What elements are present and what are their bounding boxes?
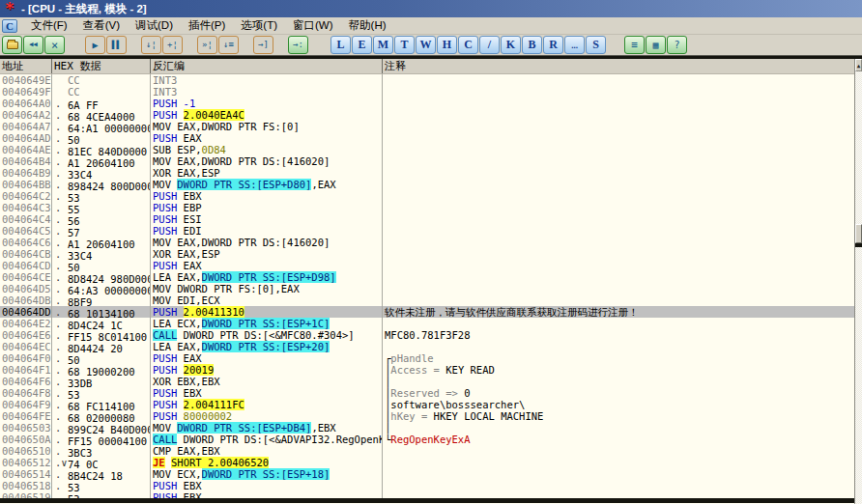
menu-item-3[interactable]: 插件(P) <box>181 16 233 35</box>
log-window-button[interactable]: L <box>330 36 351 54</box>
text-segment: PUSH <box>153 213 184 225</box>
table-row[interactable]: 004064C4.56PUSH ESI <box>0 213 854 225</box>
hex-bytes: 6A FF <box>68 99 99 109</box>
table-row[interactable]: 004064F8.53PUSH EBX│Reserved => 0 <box>0 387 854 399</box>
address-cell: 004064E2 <box>0 318 52 329</box>
analysis-flag: . <box>55 364 68 376</box>
open-file-button[interactable] <box>2 36 22 54</box>
text-segment: DWORD PTR SS:[ESP+DB4] <box>177 422 311 434</box>
step-into-button[interactable]: ↓¦ <box>141 36 161 54</box>
logging-options-button[interactable]: ≡ <box>624 36 645 54</box>
disassembly-cell: PUSH -1 <box>151 98 383 109</box>
help-button[interactable]: ? <box>667 36 687 54</box>
executable-modules-button[interactable]: E <box>352 36 372 54</box>
appearance-button[interactable]: ▦ <box>646 36 666 54</box>
trace-over-button[interactable]: ↓≡ <box>218 36 239 54</box>
run-trace-button[interactable]: ... <box>564 36 585 54</box>
menu-item-5[interactable]: 窗口(W) <box>285 16 341 35</box>
comment-cell: 软件未注册，请与软件供应商联系获取注册码进行注册！ <box>383 306 854 318</box>
table-row[interactable]: 004064CE.8D8424 980D0000LEA EAX,DWORD PT… <box>0 271 854 283</box>
table-row[interactable]: 004064A0.6A FFPUSH -1 <box>0 98 854 109</box>
menu-item-0[interactable]: 文件(F) <box>23 16 75 35</box>
address-cell: 0040649E <box>0 74 52 86</box>
table-row[interactable]: 004064F0.50PUSH EAX┌pHandle <box>0 352 854 364</box>
windows-button[interactable]: W <box>416 36 436 54</box>
table-row[interactable]: 0040649FCCINT3 <box>0 86 854 98</box>
threads-button[interactable]: T <box>394 36 415 54</box>
references-button[interactable]: R <box>543 36 563 54</box>
table-row[interactable]: 004064A2.68 4CEA4000PUSH 2.0040EA4C <box>0 109 854 121</box>
hex-bytes: 8D8424 980D0000 <box>68 273 151 283</box>
table-row[interactable]: 004064DB.8BF9MOV EDI,ECX <box>0 294 854 306</box>
step-over-button[interactable]: +¦ <box>162 36 183 54</box>
close-debuggee-button[interactable]: × <box>44 36 65 54</box>
go-to-address-button[interactable]: →: <box>288 36 308 54</box>
handles-button[interactable]: H <box>437 36 457 54</box>
table-row[interactable]: 004064A7.64:A1 00000000MOV EAX,DWORD PTR… <box>0 121 854 132</box>
table-row[interactable]: 0040650A.FF15 00004100CALL DWORD PTR DS:… <box>0 434 854 445</box>
table-row[interactable]: 004064E2.8D4C24 1CLEA ECX,DWORD PTR SS:[… <box>0 318 854 329</box>
address-cell: 004064E6 <box>0 329 52 341</box>
ollydbg-app-icon: * <box>3 2 16 15</box>
table-row[interactable]: 0040649ECCINT3 <box>0 74 854 86</box>
hex-bytes: 68 19000200 <box>68 366 135 376</box>
table-row[interactable]: 00406518.53PUSH EBX <box>0 480 854 491</box>
pause-button[interactable]: ▌▌ <box>106 36 127 54</box>
text-segment: EBP <box>184 202 202 213</box>
table-row[interactable]: 004064EC.8D4424 20LEA EAX,DWORD PTR SS:[… <box>0 341 854 352</box>
table-row[interactable]: 004064D5.64:A3 00000000MOV DWORD PTR FS:… <box>0 283 854 294</box>
call-stack-button[interactable]: K <box>501 36 521 54</box>
menu-item-2[interactable]: 调试(D) <box>128 16 181 35</box>
address-cell: 00406518 <box>0 480 52 491</box>
hex-cell: .FF15 00004100 <box>52 434 151 445</box>
table-row[interactable]: 004064AE.81EC 840D0000SUB ESP,0D84 <box>0 144 854 155</box>
table-row[interactable]: 00406510.3BC3CMP EAX,EBX <box>0 445 854 457</box>
table-row[interactable]: 004064E6.FF15 8C014100CALL DWORD PTR DS:… <box>0 329 854 341</box>
text-segment: LEA EAX, <box>153 341 202 352</box>
table-row[interactable]: 00406512.∨74 0CJE SHORT 2.00406520 <box>0 457 854 468</box>
table-row[interactable]: 004064B9.33C4XOR EAX,ESP <box>0 167 854 179</box>
scrollbar-thumb[interactable] <box>855 224 862 243</box>
table-row[interactable]: 004064DD.68 10134100PUSH 2.00411310软件未注册… <box>0 306 854 318</box>
table-row[interactable]: 004064AD.50PUSH EAX <box>0 132 854 144</box>
table-row[interactable]: 004064C2.53PUSH EBX <box>0 190 854 202</box>
menu-bar: C 文件(F)查看(V)调试(D)插件(P)选项(T)窗口(W)帮助(H) <box>0 17 862 35</box>
source-button[interactable]: S <box>586 36 606 54</box>
table-row[interactable]: 004064CD.50PUSH EAX <box>0 260 854 271</box>
hex-cell: .53 <box>52 387 151 399</box>
cpu-window-button[interactable]: C <box>458 36 478 54</box>
comment-cell <box>383 144 854 155</box>
table-row[interactable]: 004064C6.A1 20604100MOV EAX,DWORD PTR DS… <box>0 237 854 248</box>
execute-till-return-button[interactable]: →] <box>253 36 273 54</box>
disassembly-cell: MOV EDI,ECX <box>151 294 383 306</box>
table-row[interactable]: 00406514.8B4C24 18MOV ECX,DWORD PTR SS:[… <box>0 468 854 480</box>
memory-map-button[interactable]: M <box>373 36 393 54</box>
table-row[interactable]: 004064BB.898424 800D0000MOV DWORD PTR SS… <box>0 179 854 190</box>
hex-bytes: 33C4 <box>68 250 92 260</box>
cpu-child-window-icon[interactable]: C <box>2 19 17 33</box>
table-row[interactable]: 004064CB.33C4XOR EAX,ESP <box>0 248 854 260</box>
breakpoints-button[interactable]: B <box>522 36 542 54</box>
table-row[interactable]: 00406503.899C24 B40D0000MOV DWORD PTR SS… <box>0 422 854 434</box>
table-row[interactable]: 004064B4.A1 20604100MOV EAX,DWORD PTR DS… <box>0 155 854 167</box>
address-cell: 0040650A <box>0 434 52 445</box>
hex-bytes: 50 <box>68 134 80 144</box>
table-row[interactable]: 004064F1.68 19000200PUSH 20019│Access = … <box>0 364 854 376</box>
table-row[interactable]: 004064FE.68 02000080PUSH 80000002│hKey =… <box>0 410 854 422</box>
table-row[interactable]: 004064F9.68 FC114100PUSH 2.004111FC│soft… <box>0 399 854 410</box>
restart-button[interactable]: ◀◀ <box>23 36 43 54</box>
run-button[interactable]: ▶ <box>85 36 105 54</box>
analysis-flag: . <box>55 155 68 167</box>
menu-item-4[interactable]: 选项(T) <box>233 16 285 35</box>
trace-into-button[interactable]: »¦ <box>197 36 217 54</box>
vertical-scrollbar[interactable]: ▲ <box>854 59 862 504</box>
table-row[interactable]: 004064C5.57PUSH EDI <box>0 225 854 237</box>
toolbar-group: ◀◀× <box>2 36 66 54</box>
patches-button[interactable]: / <box>479 36 500 54</box>
scroll-up-arrow-icon[interactable]: ▲ <box>855 59 862 71</box>
menu-item-6[interactable]: 帮助(H) <box>341 16 394 35</box>
table-row[interactable]: 004064F6.33DBXOR EBX,EBX│ <box>0 376 854 387</box>
table-row[interactable]: 004064C3.55PUSH EBP <box>0 202 854 213</box>
text-segment: XOR EBX,EBX <box>153 376 220 387</box>
menu-item-1[interactable]: 查看(V) <box>75 16 128 35</box>
